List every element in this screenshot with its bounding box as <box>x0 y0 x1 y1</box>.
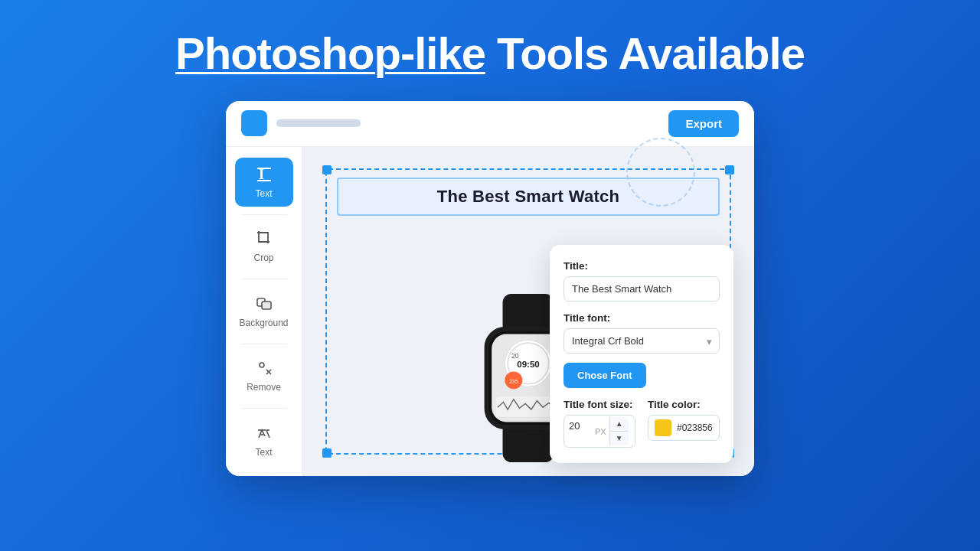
font-select-wrap: Integral Crf Bold ▾ <box>564 328 720 354</box>
app-logo <box>241 110 267 136</box>
px-label: PX <box>592 427 609 436</box>
sidebar-divider-3 <box>241 344 287 344</box>
top-bar-line <box>276 119 361 127</box>
sidebar-divider-2 <box>241 279 287 279</box>
background-icon <box>256 295 273 315</box>
top-bar: Export <box>226 101 754 147</box>
svg-rect-4 <box>262 302 271 309</box>
color-display[interactable]: #023856 <box>648 415 720 441</box>
sidebar-item-text[interactable]: I Text <box>235 158 293 207</box>
sidebar-crop-label: Crop <box>253 253 273 263</box>
properties-panel: Title: Title font: Integral Crf Bold ▾ C… <box>550 245 733 463</box>
size-input-wrap: PX ▲ ▼ <box>564 415 635 448</box>
page-header: Photoshop-like Tools Available <box>175 29 805 78</box>
corner-bl <box>322 448 332 458</box>
title-input[interactable] <box>564 276 720 302</box>
sidebar-divider-4 <box>241 408 287 409</box>
sidebar-item-text2[interactable]: Text <box>235 416 293 465</box>
deco-circle <box>626 138 695 207</box>
svg-text:20: 20 <box>511 352 519 360</box>
sidebar-remove-label: Remove <box>247 382 281 393</box>
text-active-icon: I <box>256 165 273 185</box>
sidebar-text2-label: Text <box>255 447 272 458</box>
sidebar-item-crop[interactable]: Crop <box>235 222 293 271</box>
font-select[interactable]: Integral Crf Bold <box>564 328 720 354</box>
sidebar: I Text Crop <box>226 147 302 476</box>
size-color-row: Title font size: PX ▲ ▼ Title color: #02… <box>564 399 720 448</box>
color-section: Title color: #023856 <box>648 399 720 441</box>
size-section: Title font size: PX ▲ ▼ <box>564 399 635 448</box>
remove-icon <box>256 359 273 379</box>
sidebar-item-background[interactable]: Background <box>235 287 293 336</box>
crop-icon <box>256 230 273 249</box>
page-title: Photoshop-like Tools Available <box>175 29 805 78</box>
corner-tr <box>725 165 734 174</box>
title-label: Title: <box>564 260 720 272</box>
sidebar-text-active-label: Text <box>255 188 272 199</box>
export-button[interactable]: Export <box>668 110 739 137</box>
svg-point-5 <box>260 363 264 367</box>
sidebar-bg-label: Background <box>239 318 288 328</box>
title-highlight: Photoshop-like <box>175 28 485 78</box>
font-label: Title font: <box>564 312 720 324</box>
color-swatch <box>655 419 671 436</box>
size-increment[interactable]: ▲ <box>610 417 629 432</box>
sidebar-item-remove[interactable]: Remove <box>235 351 293 400</box>
svg-text:235: 235 <box>509 378 518 383</box>
choose-font-button[interactable]: Chose Font <box>564 363 646 388</box>
svg-text:09:50: 09:50 <box>517 359 539 368</box>
size-input[interactable] <box>564 416 592 436</box>
color-hex: #023856 <box>677 422 713 433</box>
size-label: Title font size: <box>564 399 635 410</box>
color-label: Title color: <box>648 399 720 410</box>
sidebar-divider-1 <box>241 214 287 215</box>
text2-icon <box>256 424 273 444</box>
corner-tl <box>322 165 332 174</box>
size-decrement[interactable]: ▼ <box>610 432 629 445</box>
size-stepper: ▲ ▼ <box>609 417 629 445</box>
top-bar-left <box>241 110 361 136</box>
